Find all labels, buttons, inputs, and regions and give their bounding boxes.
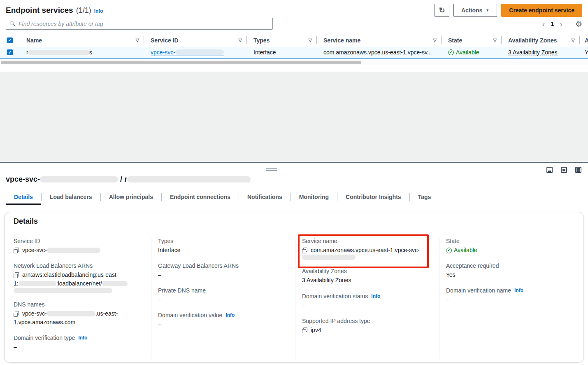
filter-icon[interactable]: ▽ [433,37,437,43]
field-state: State✓Available [446,238,569,255]
field-label-text: Types [158,238,173,244]
column-header-state[interactable]: State▽ [442,35,502,46]
field-value: ipv4 [302,326,433,335]
field-label-text: State [446,238,460,244]
filter-icon[interactable]: ▽ [239,37,242,43]
copy-icon[interactable] [302,248,307,253]
details-column-3: Service namecom.amazonaws.vpce.us-east-1… [295,238,439,359]
redacted-text [302,255,356,260]
text-segment: 1.vpce.amazonaws.com [14,318,75,327]
column-header-availability-zones[interactable]: Availability Zones▽ [502,35,580,46]
column-header-service-name[interactable]: Service name▽ [317,35,442,46]
field-label: Domain verification statusInfo [302,293,433,299]
tab-endpoint-connections[interactable]: Endpoint connections [162,191,239,203]
scrollbar-thumb[interactable] [1,61,361,64]
field-gateway-load-balancers-arns: Gateway Load Balancers ARNs– [158,262,289,279]
column-label: State [448,37,462,44]
next-page-button[interactable]: › [557,20,565,28]
field-label-text: Acceptance required [446,262,499,269]
text-segment: .us-east- [95,309,118,318]
redacted-text [40,176,118,182]
info-link[interactable]: Info [94,8,103,14]
copy-icon[interactable] [14,311,19,317]
filter-icon[interactable]: ▽ [493,37,497,43]
info-link[interactable]: Info [371,293,380,299]
previous-page-button[interactable]: ‹ [540,20,548,28]
copy-icon[interactable] [302,328,307,333]
text-segment: Interface [158,246,180,255]
details-column-2: TypesInterfaceGateway Load Balancers ARN… [151,238,295,359]
redacted-text [14,288,112,293]
row-types: Interface [247,46,317,58]
tab-contributor-insights[interactable]: Contributor Insights [337,191,409,203]
tab-allow-principals[interactable]: Allow principals [101,191,161,203]
details-card-body: Service IDvpce-svc-Network Load Balancer… [5,231,583,363]
info-link[interactable]: Info [514,288,523,293]
column-header-service-id[interactable]: Service ID▽ [144,35,247,46]
availability-zones-link[interactable]: 3 Availability Zones [508,49,558,56]
filter-icon[interactable]: ▽ [572,37,575,43]
field-label: Gateway Load Balancers ARNs [158,262,289,269]
field-domain-verification-value: Domain verification valueInfo– [158,312,289,329]
table-row[interactable]: ✓ rs vpce-svc- Interface com.amazonaws.v… [0,46,588,59]
redacted-text [102,281,128,286]
panel-position-bottom-icon[interactable] [546,167,553,173]
text-segment: vpce-svc- [22,246,47,255]
split-panel-drag-handle[interactable] [266,168,277,172]
column-header-acceptance[interactable]: A [580,35,588,46]
row-state: ✓Available [442,46,502,58]
text-segment: Yes [446,271,456,279]
redacted-text [47,311,95,316]
horizontal-scrollbar [0,60,588,65]
info-link[interactable]: Info [225,312,235,318]
field-acceptance-required: Acceptance requiredYes [446,262,569,279]
tab-load-balancers[interactable]: Load balancers [42,191,100,203]
details-card-header: Details [5,212,583,231]
caret-down-icon: ▼ [486,8,489,12]
create-endpoint-service-button[interactable]: Create endpoint service [501,4,582,17]
copy-icon[interactable] [14,272,19,278]
tab-monitoring[interactable]: Monitoring [291,191,337,203]
text-segment: ipv4 [311,326,321,335]
resource-count: (1/1) [76,6,91,15]
panel-position-side-icon[interactable] [561,167,567,173]
field-value: vpce-svc- [14,246,145,255]
copy-icon[interactable] [14,248,19,253]
text-segment: r [26,49,28,56]
check-icon: ✓ [8,50,12,55]
tab-notifications[interactable]: Notifications [239,191,291,203]
text-segment: – [302,301,305,310]
actions-label: Actions [461,7,482,14]
field-label-text: Service name [302,238,337,244]
empty-table-area [0,72,588,162]
service-id-link[interactable]: vpce-svc- [151,49,224,56]
field-dns-names: DNS namesvpce-svc-.us-east-1.vpce.amazon… [14,301,145,327]
field-label-text: Gateway Load Balancers ARNs [158,262,239,269]
select-all-checkbox[interactable]: ✓ [7,37,13,43]
redacted-text [28,50,89,55]
info-link[interactable]: Info [78,335,87,341]
row-service-id-cell: vpce-svc- [144,46,247,58]
availability-zones-link[interactable]: 3 Availability Zones [302,276,351,285]
text-segment: vpce-svc- [6,175,40,183]
field-label-text: DNS names [14,301,44,308]
field-value: ✓Available [446,246,569,255]
check-icon: ✓ [8,37,12,43]
tab-tags[interactable]: Tags [410,191,439,203]
filter-icon[interactable]: ▽ [136,37,139,43]
filter-icon[interactable]: ▽ [309,37,312,43]
panel-position-full-icon[interactable] [575,167,581,173]
preferences-gear-icon[interactable]: ⚙ [575,20,582,28]
field-label: Private DNS name [158,287,289,294]
tab-details[interactable]: Details [6,191,41,203]
field-label-text: Domain verification type [14,335,75,341]
column-header-name[interactable]: Name▽ [20,35,144,46]
actions-button[interactable]: Actions▼ [453,4,497,17]
row-checkbox-cell: ✓ [0,46,20,58]
refresh-button[interactable]: ↻ [435,4,449,17]
row-checkbox[interactable]: ✓ [7,49,13,55]
search-input[interactable] [19,21,269,27]
column-header-types[interactable]: Types▽ [247,35,317,46]
field-label: Availability Zones [302,268,433,274]
column-label: Service name [323,37,360,44]
